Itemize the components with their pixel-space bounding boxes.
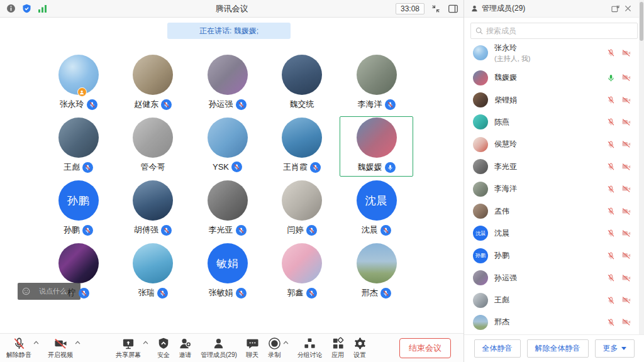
participant-tile[interactable]: 敏娟 张敏娟: [191, 242, 264, 302]
unmute-button[interactable]: 解除静音: [6, 337, 31, 359]
mic-muted-icon[interactable]: [607, 185, 615, 194]
participant-tile[interactable]: 孙运强: [191, 53, 264, 114]
member-row[interactable]: 柴锂娟: [464, 89, 639, 111]
member-row[interactable]: 张永玲(主持人, 我): [464, 39, 639, 67]
participant-tile[interactable]: 张永玲: [42, 53, 115, 114]
tool-label: 分组讨论: [297, 351, 323, 359]
camera-muted-icon[interactable]: [621, 163, 631, 171]
camera-muted-icon[interactable]: [621, 207, 631, 216]
camera-muted-icon[interactable]: [621, 251, 631, 260]
start-video-button[interactable]: 开启视频: [48, 337, 73, 359]
mic-muted-icon[interactable]: [607, 207, 615, 216]
member-row[interactable]: 王彪: [464, 289, 639, 311]
mic-muted-icon[interactable]: [607, 318, 615, 327]
chevron-up-icon[interactable]: [283, 341, 289, 344]
member-row[interactable]: 孙运强: [464, 267, 639, 289]
participant-nameline: 赵健东: [134, 99, 172, 110]
member-row[interactable]: 孟伟: [464, 200, 639, 222]
camera-muted-icon[interactable]: [621, 96, 631, 104]
unmute-all-button[interactable]: 解除全体静音: [527, 339, 589, 358]
breakout-rooms-button[interactable]: 分组讨论: [297, 337, 323, 359]
member-row[interactable]: 李海洋: [464, 178, 639, 200]
popout-panel-icon[interactable]: [611, 5, 619, 13]
security-button[interactable]: 安全: [157, 337, 170, 359]
scrollbar[interactable]: [639, 0, 644, 334]
participant-tile[interactable]: 郭鑫: [265, 242, 339, 302]
camera-muted-icon[interactable]: [621, 296, 631, 304]
mic-on-icon[interactable]: [607, 74, 615, 82]
tool-label: 设置: [353, 351, 366, 359]
participant-tile[interactable]: 邢杰: [340, 242, 413, 302]
member-search-input[interactable]: [486, 26, 633, 35]
camera-muted-icon[interactable]: [621, 274, 631, 282]
avatar: 沈晨: [357, 180, 397, 221]
member-row[interactable]: 李光亚: [464, 156, 639, 178]
scrollbar-thumb[interactable]: [640, 2, 643, 41]
participant-tile[interactable]: 王肖霞: [265, 116, 339, 177]
participant-tile[interactable]: 管今哥: [116, 116, 190, 177]
participant-tile[interactable]: 李海洋: [340, 53, 413, 114]
participant-tile[interactable]: 胡傅强: [116, 179, 190, 239]
chevron-up-icon[interactable]: [75, 341, 80, 344]
shield-icon[interactable]: [21, 3, 32, 14]
member-row[interactable]: 邢杰: [464, 311, 639, 333]
mic-muted-icon[interactable]: [607, 251, 615, 260]
chevron-up-icon[interactable]: [33, 341, 39, 344]
participant-tile[interactable]: 沈晨 沈晨: [340, 179, 413, 239]
mic-muted-icon[interactable]: [607, 273, 615, 282]
member-row[interactable]: 孙鹏 孙鹏: [464, 244, 639, 266]
member-row[interactable]: 沈晨 沈晨: [464, 222, 639, 244]
participant-tile-speaking[interactable]: 魏媛媛: [340, 116, 413, 177]
participant-tile[interactable]: 闫婷: [265, 179, 339, 239]
manage-members-button[interactable]: 管理成员(29): [201, 337, 237, 359]
participant-tile[interactable]: 王彪: [42, 116, 115, 177]
emoji-icon[interactable]: [22, 287, 30, 295]
participant-tile[interactable]: 魏交统: [265, 53, 339, 114]
mic-on-icon: [385, 162, 396, 173]
camera-muted-icon[interactable]: [621, 185, 631, 193]
chevron-up-icon[interactable]: [143, 341, 148, 344]
avatar: [133, 243, 173, 283]
invite-button[interactable]: 邀请: [179, 337, 192, 359]
mic-muted-icon[interactable]: [607, 162, 615, 171]
camera-muted-icon[interactable]: [621, 74, 631, 82]
layout-switch-icon[interactable]: [447, 3, 458, 14]
mic-muted-icon[interactable]: [607, 96, 615, 104]
mic-muted-icon[interactable]: [607, 118, 615, 126]
member-row[interactable]: 侯慧玲: [464, 133, 639, 155]
camera-muted-icon[interactable]: [621, 140, 631, 148]
avatar: [282, 180, 322, 221]
member-row[interactable]: 陈燕: [464, 111, 639, 133]
chat-button[interactable]: 聊天: [246, 337, 259, 359]
member-row[interactable]: 魏媛媛: [464, 67, 639, 89]
info-icon[interactable]: [5, 3, 16, 14]
mute-all-button[interactable]: 全体静音: [474, 339, 521, 358]
more-button[interactable]: 更多: [595, 339, 635, 358]
end-meeting-button[interactable]: 结束会议: [399, 338, 451, 358]
record-button[interactable]: 录制: [268, 337, 281, 359]
apps-button[interactable]: 应用: [331, 337, 345, 359]
camera-muted-icon[interactable]: [621, 318, 631, 326]
avatar: [473, 137, 488, 152]
tool-label: 管理成员(29): [201, 351, 237, 359]
mic-muted-icon[interactable]: [607, 296, 615, 305]
mic-muted-icon[interactable]: [607, 140, 615, 149]
participant-nameline: 沈晨: [362, 224, 391, 236]
mic-muted-icon[interactable]: [607, 229, 615, 238]
participant-tile[interactable]: 张瑞: [116, 242, 190, 302]
mic-muted-icon[interactable]: [607, 48, 615, 57]
meeting-timer: 33:08: [396, 3, 425, 14]
member-search-box[interactable]: [470, 23, 638, 39]
participant-tile[interactable]: 赵健东: [116, 53, 190, 114]
share-screen-button[interactable]: 共享屏幕: [116, 337, 141, 359]
camera-muted-icon[interactable]: [621, 229, 631, 238]
fullscreen-toggle-icon[interactable]: [430, 3, 441, 14]
settings-button[interactable]: 设置: [353, 337, 367, 359]
participant-tile[interactable]: 孙鹏 孙鹏: [42, 179, 115, 239]
camera-muted-icon[interactable]: [621, 118, 631, 126]
participant-tile[interactable]: YSK: [191, 116, 264, 177]
close-panel-icon[interactable]: [625, 5, 631, 12]
camera-muted-icon[interactable]: [621, 49, 631, 57]
participant-tile[interactable]: 李光亚: [191, 179, 264, 239]
network-signal-icon[interactable]: [36, 3, 48, 14]
